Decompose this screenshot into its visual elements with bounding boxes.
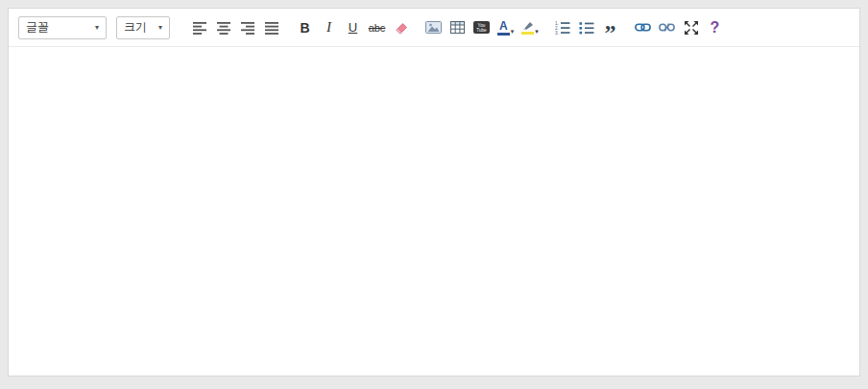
blockquote-button[interactable]: ” — [598, 15, 622, 40]
insert-image-button[interactable] — [422, 15, 446, 40]
fullscreen-icon — [684, 20, 699, 36]
underline-label: U — [349, 20, 357, 35]
highlight-color-bar — [521, 32, 534, 35]
table-icon — [450, 21, 465, 34]
font-family-select-value: 글꼴 — [26, 19, 49, 36]
bold-label: B — [300, 20, 309, 36]
strikethrough-label: abc — [369, 22, 386, 34]
highlight-icon — [520, 21, 534, 35]
youtube-icon: You Tube — [473, 21, 490, 34]
align-right-icon — [241, 21, 255, 35]
insert-link-button[interactable] — [631, 15, 655, 40]
clear-format-button[interactable] — [389, 15, 413, 40]
svg-text:Tube: Tube — [476, 28, 487, 33]
insert-youtube-button[interactable]: You Tube — [470, 15, 494, 40]
align-justify-icon — [265, 21, 279, 35]
link-icon — [635, 21, 651, 34]
font-color-bar — [497, 33, 510, 36]
blockquote-icon: ” — [605, 19, 616, 36]
chevron-down-icon: ▾ — [535, 28, 539, 36]
align-center-button[interactable] — [212, 15, 236, 40]
underline-button[interactable]: U — [341, 15, 365, 40]
font-color-icon: A — [497, 20, 510, 36]
unordered-list-icon — [579, 21, 594, 35]
font-family-select[interactable]: 글꼴 ▾ — [18, 16, 107, 39]
unordered-list-button[interactable] — [574, 15, 598, 40]
align-left-icon — [193, 21, 207, 35]
highlight-pen-icon — [520, 21, 534, 31]
chevron-down-icon: ▾ — [158, 23, 162, 32]
align-justify-button[interactable] — [260, 15, 284, 40]
image-icon — [425, 21, 442, 34]
format-group: B I U abc — [293, 15, 413, 40]
align-left-button[interactable] — [188, 15, 212, 40]
ordered-list-button[interactable]: 1. 2. 3. — [550, 15, 574, 40]
help-icon: ? — [711, 19, 720, 36]
fullscreen-button[interactable] — [679, 15, 703, 40]
bold-button[interactable]: B — [293, 15, 317, 40]
eraser-icon — [394, 21, 408, 35]
svg-text:3.: 3. — [555, 31, 559, 35]
italic-label: I — [326, 19, 331, 36]
highlight-color-button[interactable]: ▾ — [518, 15, 542, 40]
font-color-button[interactable]: A ▾ — [494, 15, 518, 40]
help-button[interactable]: ? — [703, 15, 727, 40]
align-right-button[interactable] — [236, 15, 260, 40]
editor-toolbar: 글꼴 ▾ 크기 ▾ — [9, 9, 859, 47]
font-size-select[interactable]: 크기 ▾ — [116, 16, 170, 39]
chevron-down-icon: ▾ — [95, 23, 99, 32]
align-group — [188, 15, 284, 40]
editor-content-area[interactable] — [9, 47, 859, 376]
link-group: ? — [631, 15, 727, 40]
insert-group: You Tube A ▾ ▾ — [422, 15, 542, 40]
font-color-letter: A — [499, 20, 508, 32]
rich-text-editor: 글꼴 ▾ 크기 ▾ — [8, 8, 860, 377]
unlink-icon — [659, 21, 675, 34]
italic-button[interactable]: I — [317, 15, 341, 40]
insert-table-button[interactable] — [446, 15, 470, 40]
align-center-icon — [217, 21, 231, 35]
svg-text:You: You — [478, 23, 486, 28]
font-size-select-value: 크기 — [124, 19, 147, 36]
chevron-down-icon: ▾ — [511, 28, 515, 36]
remove-link-button[interactable] — [655, 15, 679, 40]
ordered-list-icon: 1. 2. 3. — [555, 21, 570, 35]
list-group: 1. 2. 3. ” — [550, 15, 622, 40]
strikethrough-button[interactable]: abc — [365, 15, 389, 40]
